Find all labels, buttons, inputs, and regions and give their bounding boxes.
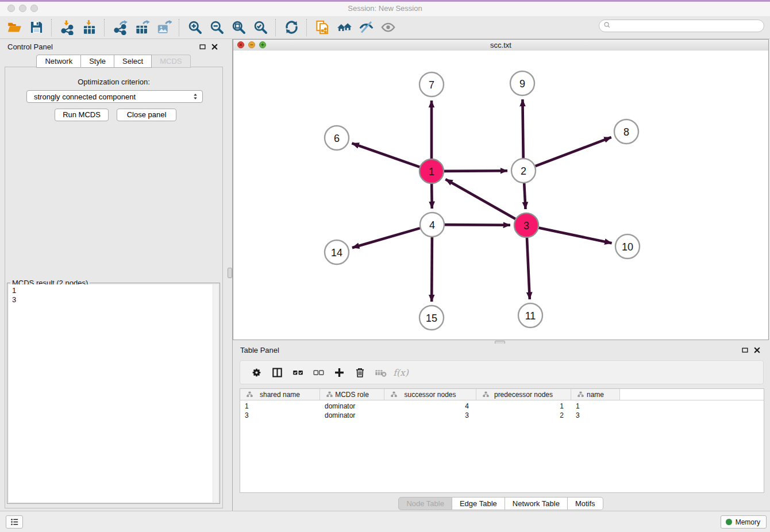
tab-select[interactable]: Select xyxy=(114,55,152,68)
column-header-label: MCDS role xyxy=(335,391,369,399)
zoom-out-button[interactable] xyxy=(206,18,228,37)
graph-edge-4-3[interactable] xyxy=(445,225,510,225)
graph-node-9[interactable]: 9 xyxy=(510,71,534,95)
graph-edge-4-15[interactable] xyxy=(432,237,432,302)
table-cell[interactable]: 4 xyxy=(384,402,476,411)
graph-edge-2-9[interactable] xyxy=(522,99,523,158)
task-history-button[interactable] xyxy=(6,515,23,529)
graph-node-4[interactable]: 4 xyxy=(420,213,444,237)
tab-network-table[interactable]: Network Table xyxy=(505,497,568,510)
table-cell[interactable]: dominator xyxy=(320,402,384,411)
graph-node-6[interactable]: 6 xyxy=(325,126,349,150)
table-cell[interactable]: 1 xyxy=(571,402,620,411)
clone-network-button[interactable] xyxy=(311,18,333,37)
graph-edge-2-3[interactable] xyxy=(524,183,525,209)
graph-edge-1-4[interactable] xyxy=(432,184,432,209)
tab-style[interactable]: Style xyxy=(81,55,114,68)
graph-edge-3-1[interactable] xyxy=(445,179,515,219)
graph-node-7[interactable]: 7 xyxy=(419,72,444,97)
save-session-button[interactable] xyxy=(25,18,47,37)
graph-node-8[interactable]: 8 xyxy=(614,119,638,144)
tab-node-table[interactable]: Node Table xyxy=(398,497,452,510)
close-panel-icon[interactable] xyxy=(210,43,220,52)
graph-node-label: 2 xyxy=(521,165,526,177)
import-network-icon xyxy=(60,20,75,35)
network-graph-svg[interactable]: 7968124314101511 xyxy=(233,51,768,340)
graph-edge-3-10[interactable] xyxy=(539,228,612,244)
close-panel-button[interactable]: Close panel xyxy=(117,109,176,121)
import-table-button[interactable] xyxy=(78,18,100,37)
vertical-splitter[interactable] xyxy=(227,39,233,511)
column-header-icon xyxy=(243,391,251,398)
export-network-icon xyxy=(113,20,128,35)
export-image-button[interactable] xyxy=(153,18,175,37)
plus-icon xyxy=(333,367,345,379)
delete-column-button[interactable] xyxy=(349,363,370,381)
mcds-result-list[interactable]: 13 xyxy=(9,284,218,502)
column-header-icon xyxy=(574,391,582,398)
float-panel-icon[interactable] xyxy=(198,43,207,52)
graph-node-15[interactable]: 15 xyxy=(419,306,444,330)
memory-button[interactable]: Memory xyxy=(721,515,767,529)
network-view-window: scc.txt 7968124314101511 xyxy=(233,39,769,340)
open-session-button[interactable] xyxy=(3,18,25,37)
table-cell[interactable]: 3 xyxy=(384,411,476,420)
table-cell[interactable]: 3 xyxy=(240,411,320,420)
graph-edge-2-8[interactable] xyxy=(536,137,611,166)
table-cell[interactable]: 2 xyxy=(476,411,571,420)
column-header-shared-name[interactable]: shared name xyxy=(240,389,320,400)
column-header-MCDS-role[interactable]: MCDS role xyxy=(320,389,384,400)
zoom-in-button[interactable] xyxy=(184,18,206,37)
column-header-successor-nodes[interactable]: successor nodes xyxy=(384,389,476,400)
search-field[interactable] xyxy=(599,20,764,32)
tab-edge-table[interactable]: Edge Table xyxy=(452,497,505,510)
mcds-result-scrollbar[interactable] xyxy=(213,284,218,502)
run-mcds-button[interactable]: Run MCDS xyxy=(55,109,109,121)
column-layout-button[interactable] xyxy=(267,363,287,381)
zoom-fit-button[interactable] xyxy=(228,18,249,37)
tab-motifs[interactable]: Motifs xyxy=(568,497,603,510)
home-view-button[interactable] xyxy=(333,18,355,37)
search-input[interactable] xyxy=(611,21,764,31)
graph-node-10[interactable]: 10 xyxy=(615,234,640,259)
graph-node-2[interactable]: 2 xyxy=(511,159,536,183)
import-network-button[interactable] xyxy=(56,18,78,37)
export-table-button[interactable] xyxy=(131,18,153,37)
graph-node-3[interactable]: 3 xyxy=(514,213,538,237)
delete-table-button xyxy=(370,363,391,381)
graph-edge-1-2[interactable] xyxy=(444,171,507,171)
table-cell[interactable]: 3 xyxy=(571,411,620,420)
add-column-button[interactable] xyxy=(329,363,349,381)
table-settings-button[interactable] xyxy=(246,363,267,381)
refresh-layout-button[interactable] xyxy=(280,18,302,37)
criterion-dropdown[interactable]: strongly connected component xyxy=(26,90,203,103)
table-row[interactable]: 3dominator323 xyxy=(240,411,764,420)
table-cell[interactable]: dominator xyxy=(320,411,384,420)
network-window-titlebar[interactable]: scc.txt xyxy=(233,40,768,51)
memory-status-icon xyxy=(726,519,732,525)
graph-node-1[interactable]: 1 xyxy=(419,159,444,183)
show-all-columns-button[interactable] xyxy=(287,363,308,381)
graph-node-14[interactable]: 14 xyxy=(325,240,349,264)
hide-all-columns-button[interactable] xyxy=(308,363,329,381)
table-cell[interactable]: 1 xyxy=(476,402,571,411)
graph-node-11[interactable]: 11 xyxy=(518,303,542,327)
open-folder-icon xyxy=(7,20,22,35)
graph-edge-3-11[interactable] xyxy=(527,238,530,299)
table-tabs: Node TableEdge TableNetwork TableMotifs xyxy=(233,497,769,510)
graph-edge-1-6[interactable] xyxy=(352,143,419,167)
export-network-button[interactable] xyxy=(109,18,131,37)
close-table-panel-icon[interactable] xyxy=(752,346,762,356)
zoom-selected-button[interactable] xyxy=(249,18,271,37)
vertical-splitter-handle[interactable] xyxy=(228,268,232,278)
graph-edge-4-14[interactable] xyxy=(352,228,420,248)
tab-network[interactable]: Network xyxy=(36,55,81,68)
column-header-name[interactable]: name xyxy=(571,389,620,400)
network-canvas[interactable]: 7968124314101511 xyxy=(233,51,768,340)
float-table-panel-icon[interactable] xyxy=(740,346,750,356)
table-row[interactable]: 1dominator411 xyxy=(240,402,764,411)
table-cell[interactable]: 1 xyxy=(240,402,320,411)
tab-mcds[interactable]: MCDS xyxy=(152,55,190,68)
hide-panels-button[interactable] xyxy=(355,18,377,37)
column-header-predecessor-nodes[interactable]: predecessor nodes xyxy=(476,389,571,400)
